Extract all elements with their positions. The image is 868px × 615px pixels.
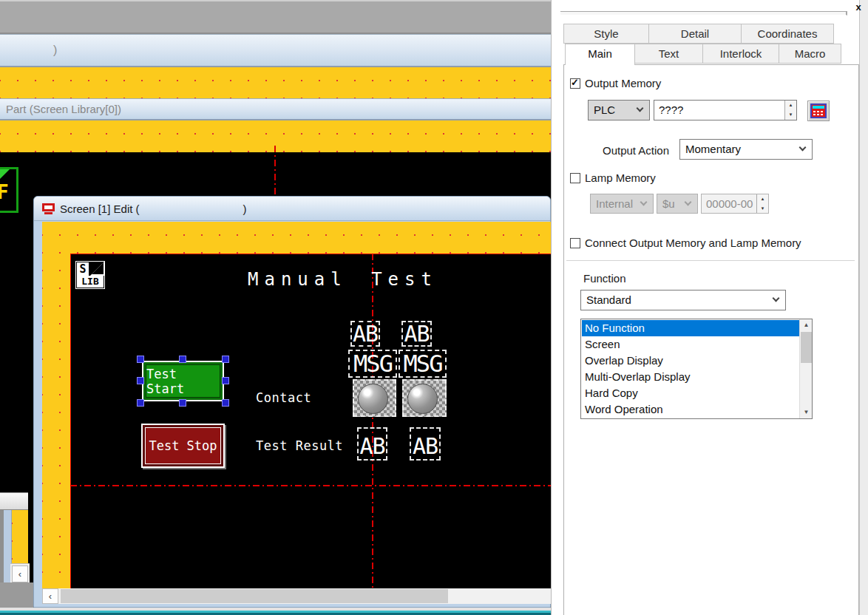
- tab-interlock[interactable]: Interlock: [702, 44, 779, 64]
- function-list-item[interactable]: Hard Copy: [582, 385, 800, 401]
- screen-monitor-icon: [42, 203, 55, 214]
- tab-coordinates[interactable]: Coordinates: [741, 24, 834, 44]
- lamp-ball: [358, 384, 388, 414]
- lamp-type-value: $u: [662, 197, 675, 210]
- panel-drag-handle[interactable]: [560, 11, 847, 16]
- part-thumbnail-corner: [0, 169, 10, 179]
- spin-up-icon[interactable]: ▲: [785, 101, 796, 110]
- selection-handle[interactable]: [179, 356, 186, 363]
- ab-text: AB: [413, 435, 438, 458]
- connect-memory-checkbox[interactable]: [570, 238, 580, 248]
- contact-label[interactable]: Contact: [256, 390, 311, 405]
- lamp-device-value: Internal: [596, 197, 633, 210]
- output-device-value: PLC: [594, 103, 615, 116]
- selection-handle[interactable]: [222, 377, 229, 384]
- lamp-address-value: 00000-00: [706, 197, 753, 210]
- msg-message-part[interactable]: MSG: [348, 350, 397, 378]
- screen-canvas-black-area[interactable]: [70, 254, 552, 588]
- ab-message-part[interactable]: AB: [401, 321, 432, 347]
- tab-text[interactable]: Text: [634, 44, 703, 64]
- output-memory-label: Output Memory: [585, 77, 661, 89]
- scroll-left-icon[interactable]: ‹: [42, 588, 58, 604]
- output-device-select[interactable]: PLC: [588, 100, 650, 120]
- selection-handle[interactable]: [222, 356, 229, 363]
- test-stop-label: Test Stop: [149, 438, 217, 453]
- tab-detail[interactable]: Detail: [648, 24, 742, 44]
- selection-handle[interactable]: [222, 399, 229, 407]
- tab-style[interactable]: Style: [563, 24, 649, 44]
- function-list-item[interactable]: Overlap Display: [582, 353, 800, 369]
- output-memory-checkbox[interactable]: ✓: [570, 78, 580, 89]
- background-window-canvas: [0, 67, 551, 98]
- function-list-scrollbar[interactable]: ▲ ▼: [799, 319, 812, 418]
- lamp-memory-checkbox[interactable]: [570, 173, 580, 183]
- screen-edit-window: Screen [1] Edit ( ) S LIB Manual Test Te…: [33, 196, 551, 608]
- chevron-down-icon: [799, 144, 807, 152]
- selection-handle[interactable]: [179, 399, 186, 407]
- output-action-select[interactable]: Momentary: [679, 139, 813, 160]
- background-window-title: ): [53, 44, 57, 57]
- ab-result-part[interactable]: AB: [357, 427, 387, 461]
- part-window-titlebar[interactable]: Part (Screen Library[0]): [0, 98, 551, 120]
- function-type-select[interactable]: Standard: [580, 290, 786, 310]
- slib-diagonal-inner: [92, 262, 104, 274]
- background-window-canvas-fragment: [12, 510, 28, 563]
- chevron-down-icon: [685, 198, 692, 205]
- test-result-label[interactable]: Test Result: [256, 438, 343, 453]
- lamp-device-select: Internal: [590, 194, 654, 214]
- top-gray-bar: [0, 0, 551, 34]
- vscrollbar-thumb[interactable]: [801, 332, 812, 363]
- lamp-part[interactable]: [353, 379, 396, 417]
- screen-edit-titlebar[interactable]: Screen [1] Edit ( ): [34, 197, 550, 221]
- selection-handle[interactable]: [137, 399, 144, 407]
- spin-up-icon[interactable]: ▲: [757, 194, 768, 204]
- ab-text: AB: [404, 323, 429, 345]
- output-action-label: Output Action: [603, 144, 669, 157]
- screen-edit-title: Screen [1] Edit (: [60, 203, 140, 215]
- background-window-titlebar[interactable]: ): [0, 34, 551, 67]
- lamp-type-select: $u: [657, 194, 698, 214]
- tab-macro[interactable]: Macro: [779, 44, 841, 64]
- function-list-item[interactable]: Screen: [582, 336, 800, 353]
- screen-library-icon[interactable]: S LIB: [75, 261, 105, 289]
- canvas-title-text[interactable]: Manual Test: [248, 269, 438, 290]
- library-part-thumbnail[interactable]: F: [0, 167, 18, 213]
- scroll-left-icon[interactable]: ‹: [12, 565, 28, 582]
- ab-text: AB: [359, 435, 384, 458]
- msg-text: MSG: [353, 352, 392, 376]
- background-window-hscrollbar[interactable]: ‹: [10, 563, 30, 584]
- test-stop-button-part[interactable]: Test Stop: [141, 424, 225, 468]
- address-spinner[interactable]: ▲ ▼: [756, 194, 768, 213]
- output-address-field[interactable]: ???? ▲ ▼: [654, 100, 797, 120]
- scroll-down-icon[interactable]: ▼: [800, 407, 813, 418]
- function-type-value: Standard: [586, 293, 631, 306]
- spin-down-icon[interactable]: ▼: [785, 110, 796, 120]
- address-calculator-button[interactable]: [807, 101, 830, 121]
- ab-result-part[interactable]: AB: [410, 427, 441, 461]
- screen-canvas[interactable]: S LIB Manual Test Test Start Test Stop C…: [42, 222, 552, 588]
- msg-message-part[interactable]: MSG: [399, 350, 447, 378]
- part-window-title: Part (Screen Library[0]): [6, 103, 121, 115]
- function-list-item[interactable]: No Function: [582, 320, 800, 336]
- function-list-item[interactable]: Word Operation: [582, 401, 800, 418]
- part-canvas-yellow-border: [0, 120, 551, 152]
- screen-edit-title-close-paren: ): [243, 203, 247, 215]
- address-spinner[interactable]: ▲ ▼: [784, 101, 796, 120]
- test-start-label: Test Start: [146, 367, 220, 396]
- function-list-item[interactable]: Multi-Overlap Display: [582, 369, 800, 385]
- hscrollbar-thumb[interactable]: [61, 589, 448, 603]
- msg-text: MSG: [404, 352, 442, 376]
- section-divider: [566, 260, 855, 261]
- selection-handle[interactable]: [137, 356, 144, 363]
- function-listbox[interactable]: No Function Screen Overlap Display Multi…: [580, 319, 813, 419]
- spin-down-icon[interactable]: ▼: [757, 204, 768, 214]
- selection-handle[interactable]: [137, 377, 144, 384]
- ab-message-part[interactable]: AB: [350, 321, 380, 347]
- scroll-up-icon[interactable]: ▲: [800, 319, 813, 331]
- lamp-part[interactable]: [402, 379, 447, 417]
- close-icon[interactable]: x: [851, 1, 866, 15]
- screen-edit-hscrollbar[interactable]: ‹: [42, 588, 552, 604]
- calculator-icon: [810, 103, 827, 118]
- tab-main[interactable]: Main: [565, 44, 635, 65]
- test-start-button-part[interactable]: Test Start: [142, 361, 224, 401]
